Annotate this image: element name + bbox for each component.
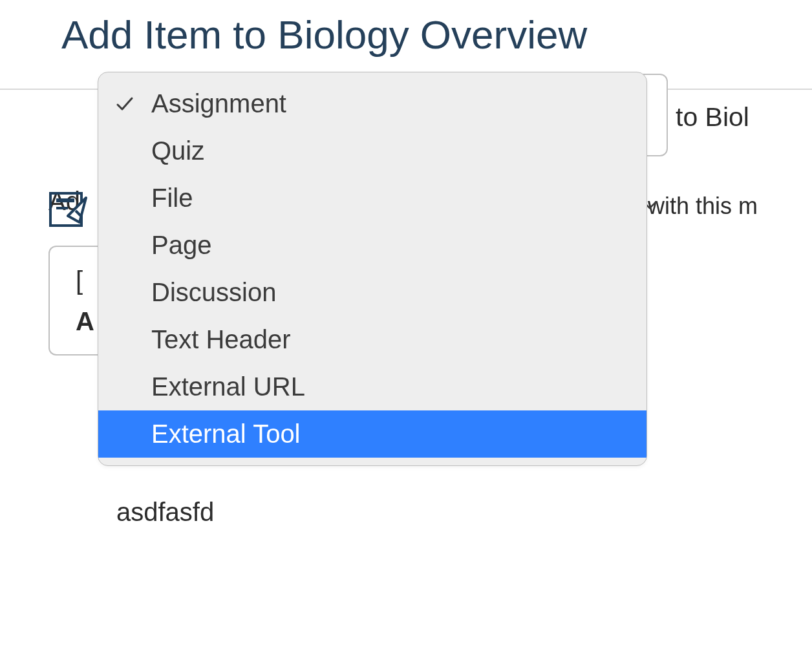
dropdown-item-label: Quiz xyxy=(151,136,204,165)
dropdown-item-page[interactable]: Page xyxy=(98,222,646,269)
partial-text: asdfasfd xyxy=(116,498,214,527)
dropdown-item-label: External URL xyxy=(151,372,305,401)
dropdown-item-file[interactable]: File xyxy=(98,175,646,222)
dropdown-item-label: External Tool xyxy=(151,419,301,449)
dropdown-item-label: Discussion xyxy=(151,278,276,307)
dropdown-item-assignment[interactable]: Assignment xyxy=(98,80,646,127)
dropdown-item-external-tool[interactable]: External Tool xyxy=(98,410,646,458)
svg-rect-2 xyxy=(56,207,68,209)
to-label: to Biol xyxy=(676,102,749,133)
svg-rect-1 xyxy=(56,198,74,202)
type-dropdown[interactable]: Assignment Quiz File Page Discussion Tex… xyxy=(98,72,647,466)
dropdown-item-external-url[interactable]: External URL xyxy=(98,363,646,410)
hint-suffix-label: with this m xyxy=(648,193,758,220)
dropdown-item-label: Assignment xyxy=(151,89,286,118)
page-title: Add Item to Biology Overview xyxy=(61,12,751,58)
dropdown-item-label: Page xyxy=(151,231,211,260)
dropdown-item-label: Text Header xyxy=(151,325,291,354)
dropdown-item-discussion[interactable]: Discussion xyxy=(98,269,646,316)
dropdown-item-label: File xyxy=(151,184,193,213)
dropdown-item-quiz[interactable]: Quiz xyxy=(98,127,646,175)
checkmark-icon xyxy=(115,94,151,114)
dropdown-item-text-header[interactable]: Text Header xyxy=(98,316,646,363)
assignment-icon xyxy=(48,191,87,228)
